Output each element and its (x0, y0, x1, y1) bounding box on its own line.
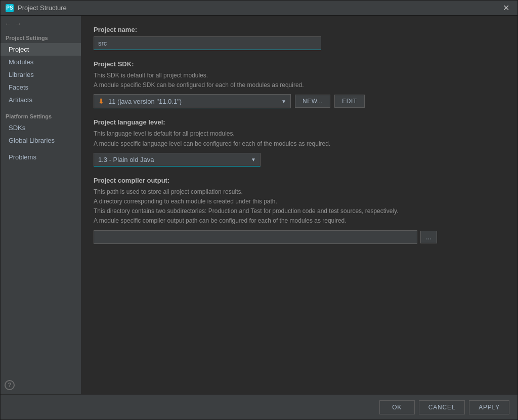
sidebar-bottom: ? (1, 376, 81, 394)
sidebar-item-artifacts[interactable]: Artifacts (1, 94, 81, 106)
forward-arrow[interactable]: → (15, 20, 22, 28)
back-arrow[interactable]: ← (5, 20, 12, 28)
compiler-output-row: ... (94, 230, 505, 244)
sidebar-item-sdks[interactable]: SDKs (1, 121, 81, 134)
language-level-dropdown[interactable]: 1.3 - Plain old Java ▼ (94, 153, 261, 166)
sdk-desc: This SDK is default for all project modu… (94, 71, 505, 90)
sidebar-item-facets[interactable]: Facets (1, 81, 81, 94)
content-area: ← → Project Settings Project Modules Lib… (1, 16, 517, 394)
project-name-input[interactable] (94, 36, 321, 50)
project-sdk-section: Project SDK: This SDK is default for all… (94, 60, 505, 108)
project-name-section: Project name: (94, 26, 505, 50)
project-settings-header: Project Settings (1, 32, 81, 43)
help-button[interactable]: ? (5, 380, 15, 390)
compiler-output-label: Project compiler output: (94, 177, 505, 184)
sdk-dropdown-arrow: ▼ (281, 99, 286, 104)
sidebar-item-project[interactable]: Project (1, 43, 81, 56)
sidebar-item-global-libraries[interactable]: Global Libraries (1, 134, 81, 147)
apply-button[interactable]: APPLY (469, 400, 509, 414)
sidebar: ← → Project Settings Project Modules Lib… (1, 16, 81, 394)
sidebar-nav: ← → (1, 18, 81, 30)
compiler-output-input[interactable] (94, 230, 417, 244)
language-level-value: 1.3 - Plain old Java (98, 156, 251, 163)
sdk-row: ⬇ 11 (java version "11.0.1") ▼ NEW... ED… (94, 94, 505, 108)
compiler-output-section: Project compiler output: This path is us… (94, 177, 505, 244)
sdk-edit-button[interactable]: EDIT (334, 95, 364, 108)
sdk-dropdown[interactable]: ⬇ 11 (java version "11.0.1") ▼ (94, 94, 291, 108)
ok-button[interactable]: OK (379, 400, 415, 414)
cancel-button[interactable]: CANCEL (419, 400, 465, 414)
sidebar-item-libraries[interactable]: Libraries (1, 68, 81, 81)
language-level-arrow: ▼ (251, 157, 256, 162)
sdk-value: 11 (java version "11.0.1") (108, 98, 281, 105)
compiler-output-desc: This path is used to store all project c… (94, 187, 505, 226)
project-sdk-label: Project SDK: (94, 60, 505, 68)
sidebar-item-problems[interactable]: Problems (1, 151, 81, 163)
compiler-browse-button[interactable]: ... (420, 231, 437, 243)
sdk-java-icon: ⬇ (98, 97, 104, 105)
close-button[interactable]: ✕ (500, 2, 512, 14)
app-icon: PS (6, 4, 14, 12)
project-language-level-section: Project language level: This language le… (94, 118, 505, 166)
dialog-footer: OK CANCEL APPLY (1, 394, 517, 419)
project-name-label: Project name: (94, 26, 505, 33)
platform-settings-header: Platform Settings (1, 110, 81, 121)
title-bar: PS Project Structure ✕ (1, 1, 517, 16)
sdk-new-button[interactable]: NEW... (295, 95, 330, 108)
language-level-label: Project language level: (94, 118, 505, 126)
sidebar-item-modules[interactable]: Modules (1, 56, 81, 68)
dialog-title: Project Structure (18, 4, 500, 12)
project-structure-dialog: PS Project Structure ✕ ← → Project Setti… (0, 0, 518, 420)
main-content: Project name: Project SDK: This SDK is d… (81, 16, 517, 394)
language-level-desc: This language level is default for all p… (94, 129, 505, 148)
